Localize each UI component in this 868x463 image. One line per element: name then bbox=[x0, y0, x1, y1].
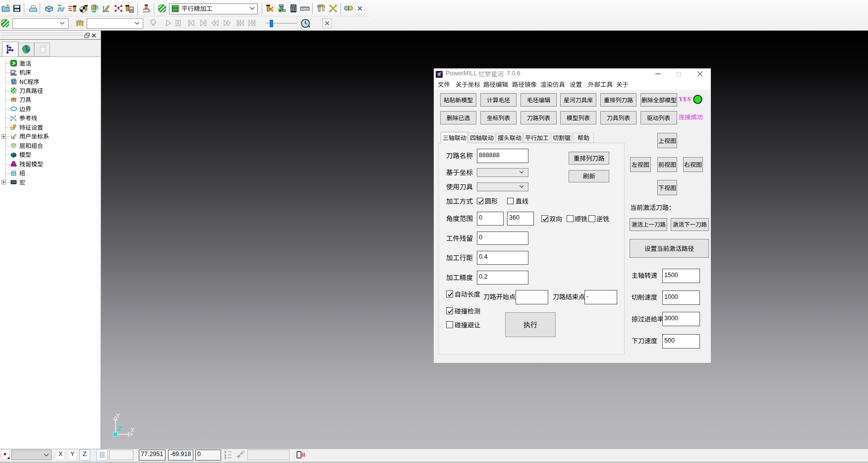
svg-text:Z: Z bbox=[117, 425, 121, 432]
svg-text:z: z bbox=[225, 456, 226, 459]
svg-text:Y: Y bbox=[116, 412, 120, 419]
svg-text:X: X bbox=[130, 426, 135, 434]
